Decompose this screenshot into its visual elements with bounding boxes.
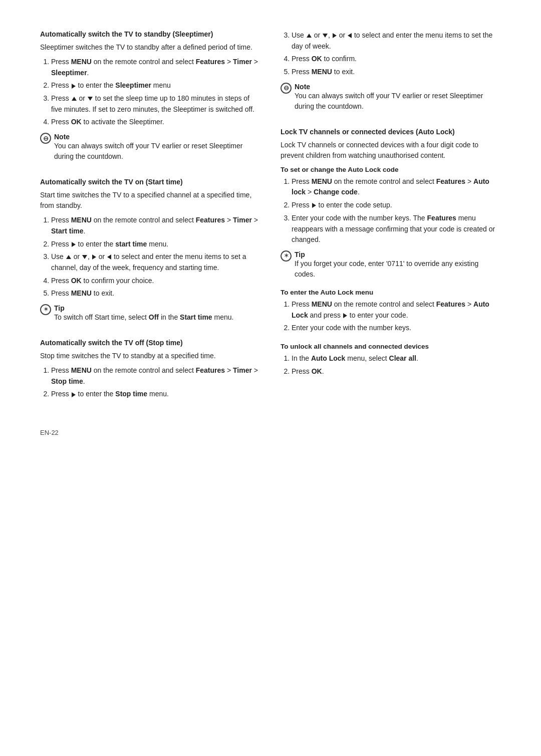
- note-content-2: You can always switch off your TV earlie…: [295, 91, 501, 112]
- sleeptimer-body: Sleeptimer switches the TV to standby af…: [40, 42, 260, 53]
- unlock-all-step-2: Press OK.: [292, 366, 501, 377]
- start-time-tip: ✶ Tip To switch off Start time, select O…: [40, 304, 260, 323]
- sleeptimer-title: Automatically switch the TV to standby (…: [40, 30, 260, 38]
- note-icon: ⊖: [40, 133, 51, 144]
- stop-time-cont-step-5: Press MENU to exit.: [292, 67, 501, 78]
- tip-label: Tip: [54, 304, 233, 312]
- set-auto-lock-step-1: Press MENU on the remote control and sel…: [292, 176, 501, 198]
- auto-lock-tip: ✶ Tip If you forget your code, enter '07…: [281, 250, 501, 280]
- enter-auto-lock-step-2: Enter your code with the number keys.: [292, 323, 501, 334]
- auto-lock-section: Lock TV channels or connected devices (A…: [281, 128, 501, 386]
- start-time-section: Automatically switch the TV on (Start ti…: [40, 178, 260, 330]
- note-content: You can always switch off your TV earlie…: [54, 141, 260, 162]
- stop-time-note: ⊖ Note You can always switch off your TV…: [281, 83, 501, 112]
- note-label-2: Note: [295, 83, 501, 91]
- enter-auto-lock-steps: Press MENU on the remote control and sel…: [281, 299, 501, 334]
- unlock-all-step-1: In the Auto Lock menu, select Clear all.: [292, 353, 501, 364]
- stop-time-step-2: Press to enter the Stop time menu.: [51, 389, 260, 400]
- sleeptimer-step-1: Press MENU on the remote control and sel…: [51, 57, 260, 78]
- sleeptimer-step-4: Press OK to activate the Sleeptimer.: [51, 117, 260, 128]
- page: Automatically switch the TV to standby (…: [0, 0, 541, 756]
- start-time-step-2: Press to enter the start time menu.: [51, 239, 260, 250]
- stop-time-continued-section: Use or , or to select and enter the menu…: [281, 30, 501, 119]
- stop-time-title: Automatically switch the TV off (Stop ti…: [40, 339, 260, 347]
- unlock-all-subtitle: To unlock all channels and connected dev…: [281, 343, 501, 350]
- stop-time-section: Automatically switch the TV off (Stop ti…: [40, 339, 260, 405]
- note-label: Note: [54, 133, 260, 141]
- start-time-step-4: Press OK to confirm your choice.: [51, 276, 260, 287]
- left-column: Automatically switch the TV to standby (…: [40, 30, 260, 726]
- stop-time-steps: Press MENU on the remote control and sel…: [40, 365, 260, 400]
- set-auto-lock-subtitle: To set or change the Auto Lock code: [281, 166, 501, 173]
- sleeptimer-section: Automatically switch the TV to standby (…: [40, 30, 260, 169]
- auto-lock-title: Lock TV channels or connected devices (A…: [281, 128, 501, 136]
- stop-time-body: Stop time switches the TV to standby at …: [40, 351, 260, 361]
- start-time-steps: Press MENU on the remote control and sel…: [40, 215, 260, 299]
- tip-icon-2: ✶: [281, 250, 292, 262]
- start-time-title: Automatically switch the TV on (Start ti…: [40, 178, 260, 186]
- set-auto-lock-subsection: To set or change the Auto Lock code Pres…: [281, 166, 501, 280]
- sleeptimer-step-2: Press to enter the Sleeptimer menu: [51, 80, 260, 91]
- start-time-body: Start time switches the TV to a specifie…: [40, 190, 260, 211]
- enter-auto-lock-step-1: Press MENU on the remote control and sel…: [292, 299, 501, 321]
- right-column: Use or , or to select and enter the menu…: [281, 30, 501, 726]
- tip-content-2: If you forget your code, enter '0711' to…: [295, 259, 501, 280]
- page-number: EN-22: [40, 429, 260, 436]
- tip-text-block: Tip To switch off Start time, select Off…: [54, 304, 233, 323]
- start-time-step-5: Press MENU to exit.: [51, 288, 260, 299]
- sleeptimer-step-3: Press or to set the sleep time up to 180…: [51, 93, 260, 115]
- stop-time-continued-steps: Use or , or to select and enter the menu…: [281, 30, 501, 78]
- start-time-step-3: Use or , or to select and enter the menu…: [51, 251, 260, 273]
- note-icon-2: ⊖: [281, 83, 292, 94]
- tip-icon: ✶: [40, 304, 51, 315]
- set-auto-lock-step-3: Enter your code with the number keys. Th…: [292, 213, 501, 245]
- enter-auto-lock-subsection: To enter the Auto Lock menu Press MENU o…: [281, 289, 501, 334]
- stop-time-cont-step-3: Use or , or to select and enter the menu…: [292, 30, 501, 52]
- start-time-step-1: Press MENU on the remote control and sel…: [51, 215, 260, 236]
- stop-time-cont-step-4: Press OK to confirm.: [292, 54, 501, 65]
- sleeptimer-steps: Press MENU on the remote control and sel…: [40, 57, 260, 128]
- unlock-all-steps: In the Auto Lock menu, select Clear all.…: [281, 353, 501, 377]
- enter-auto-lock-subtitle: To enter the Auto Lock menu: [281, 289, 501, 296]
- note-text-block: Note You can always switch off your TV e…: [54, 133, 260, 162]
- two-column-layout: Automatically switch the TV to standby (…: [40, 30, 501, 726]
- stop-time-step-1: Press MENU on the remote control and sel…: [51, 365, 260, 387]
- tip-text-block-2: Tip If you forget your code, enter '0711…: [295, 250, 501, 280]
- set-auto-lock-steps: Press MENU on the remote control and sel…: [281, 176, 501, 245]
- sleeptimer-note: ⊖ Note You can always switch off your TV…: [40, 133, 260, 162]
- note-text-block-2: Note You can always switch off your TV e…: [295, 83, 501, 112]
- set-auto-lock-step-2: Press to enter the code setup.: [292, 200, 501, 211]
- unlock-all-subsection: To unlock all channels and connected dev…: [281, 343, 501, 377]
- tip-label-2: Tip: [295, 250, 501, 259]
- auto-lock-body: Lock TV channels or connected devices wi…: [281, 140, 501, 161]
- tip-content: To switch off Start time, select Off in …: [54, 312, 233, 323]
